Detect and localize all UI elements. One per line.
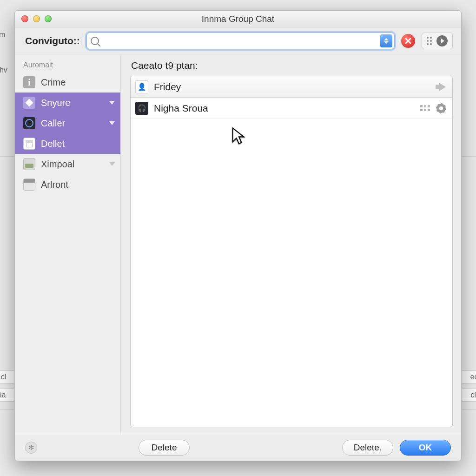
dialog-window: Innma Group Chat Conviguto:: Auromait Cr… — [14, 10, 462, 461]
list-box: 👤 Fridey 🎧 Nigha Sroua — [130, 76, 453, 427]
sidebar-item-dellet[interactable]: Dellet — [15, 133, 120, 154]
play-button[interactable] — [436, 35, 448, 46]
chevron-down-icon — [109, 121, 115, 125]
bg-stub: ect — [460, 370, 476, 383]
sidebar: Auromait Crime Snyure Caller Dellet — [15, 54, 121, 434]
window-controls — [21, 15, 52, 22]
search-icon — [91, 37, 99, 45]
sidebar-item-label: Dellet — [41, 139, 65, 149]
list-row[interactable]: 👤 Fridey — [131, 76, 452, 98]
ok-button[interactable]: OK — [400, 440, 451, 456]
printer-icon — [23, 138, 35, 150]
sidebar-item-label: Ximpoal — [41, 159, 74, 170]
row-name: Nigha Sroua — [154, 103, 208, 114]
sidebar-item-ximpoal[interactable]: Ximpoal — [15, 154, 120, 174]
sidebar-section-label: Auromait — [15, 58, 120, 72]
calendar-icon — [23, 178, 35, 191]
gear-icon[interactable] — [436, 104, 446, 113]
search-field[interactable] — [86, 33, 395, 49]
dialog-footer: ✻ Delete Delete. OK — [15, 434, 461, 461]
list-row[interactable]: 🎧 Nigha Sroua — [131, 98, 452, 119]
sidebar-item-label: Crime — [41, 77, 66, 88]
sidebar-item-snyure[interactable]: Snyure — [15, 93, 120, 113]
sidebar-item-arlront[interactable]: Arlront — [15, 174, 120, 195]
sidebar-item-label: Snyure — [41, 98, 70, 108]
zoom-window-button[interactable] — [45, 15, 52, 22]
delete-button[interactable]: Delete — [139, 440, 190, 456]
chevron-down-icon — [109, 101, 115, 105]
options-group — [422, 33, 453, 49]
info-icon — [23, 76, 35, 88]
content-heading: Caeato t9 ptan: — [130, 58, 453, 76]
search-label: Conviguto:: — [25, 35, 80, 46]
close-window-button[interactable] — [21, 15, 28, 22]
bg-stub: Ecl — [0, 370, 16, 383]
bg-text: cm — [0, 29, 14, 41]
sidebar-item-crime[interactable]: Crime — [15, 72, 120, 93]
toolbar: Conviguto:: — [15, 27, 461, 54]
search-input[interactable] — [102, 36, 378, 46]
tray-icon — [23, 158, 35, 170]
person-icon: 👤 — [135, 80, 148, 93]
grid-icon[interactable] — [420, 105, 430, 111]
minimize-window-button[interactable] — [33, 15, 40, 22]
content-pane: Caeato t9 ptan: 👤 Fridey 🎧 Nigha Sroua — [121, 54, 461, 434]
diamond-icon — [23, 97, 35, 109]
sidebar-item-label: Caller — [41, 118, 65, 129]
row-name: Fridey — [154, 81, 181, 93]
settings-button[interactable]: ✻ — [25, 442, 37, 454]
dialog-body: Auromait Crime Snyure Caller Dellet — [15, 54, 461, 434]
clear-button[interactable] — [401, 34, 415, 48]
headphones-icon: 🎧 — [135, 102, 148, 115]
sidebar-item-label: Arlront — [41, 179, 68, 190]
bg-stub: dia — [0, 389, 16, 402]
sidebar-item-caller[interactable]: Caller — [15, 113, 120, 133]
forward-arrow-icon[interactable] — [439, 83, 446, 91]
chevron-down-icon — [109, 162, 115, 166]
search-stepper[interactable] — [380, 34, 392, 47]
x-icon — [405, 38, 411, 44]
delete-button-secondary[interactable]: Delete. — [342, 440, 393, 456]
bg-text: ehv — [0, 64, 14, 76]
window-title: Innma Group Chat — [15, 14, 461, 24]
bg-stub: cle — [460, 389, 476, 402]
titlebar[interactable]: Innma Group Chat — [15, 11, 461, 27]
options-menu-icon[interactable] — [427, 37, 432, 45]
target-icon — [23, 117, 35, 129]
